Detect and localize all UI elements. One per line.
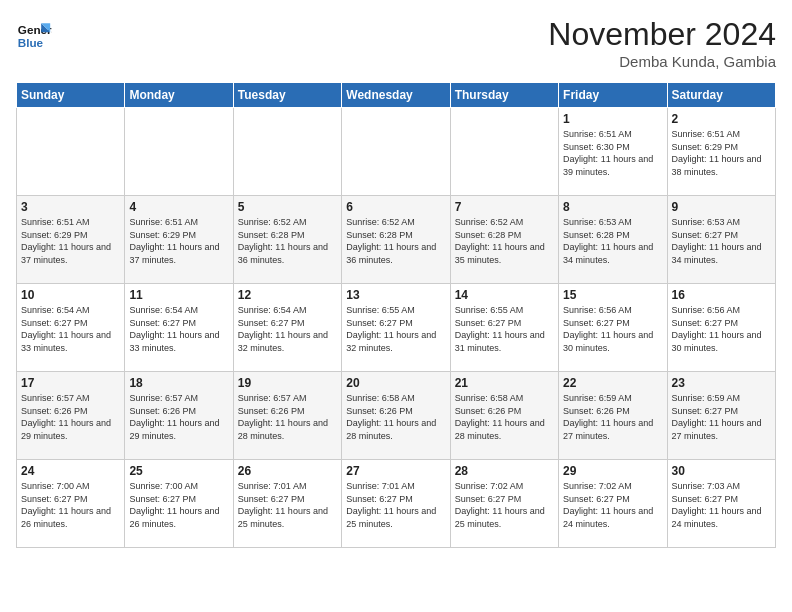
calendar-cell: 18Sunrise: 6:57 AM Sunset: 6:26 PM Dayli… (125, 372, 233, 460)
calendar-cell: 22Sunrise: 6:59 AM Sunset: 6:26 PM Dayli… (559, 372, 667, 460)
day-info: Sunrise: 7:00 AM Sunset: 6:27 PM Dayligh… (129, 480, 228, 530)
day-info: Sunrise: 6:59 AM Sunset: 6:26 PM Dayligh… (563, 392, 662, 442)
day-info: Sunrise: 7:01 AM Sunset: 6:27 PM Dayligh… (238, 480, 337, 530)
day-number: 3 (21, 200, 120, 214)
calendar-cell: 21Sunrise: 6:58 AM Sunset: 6:26 PM Dayli… (450, 372, 558, 460)
calendar-cell (233, 108, 341, 196)
day-number: 20 (346, 376, 445, 390)
logo: General Blue (16, 16, 52, 52)
day-info: Sunrise: 6:52 AM Sunset: 6:28 PM Dayligh… (346, 216, 445, 266)
day-info: Sunrise: 7:01 AM Sunset: 6:27 PM Dayligh… (346, 480, 445, 530)
day-info: Sunrise: 6:51 AM Sunset: 6:29 PM Dayligh… (21, 216, 120, 266)
calendar-cell: 2Sunrise: 6:51 AM Sunset: 6:29 PM Daylig… (667, 108, 775, 196)
calendar-cell: 28Sunrise: 7:02 AM Sunset: 6:27 PM Dayli… (450, 460, 558, 548)
calendar-cell (450, 108, 558, 196)
calendar-cell: 5Sunrise: 6:52 AM Sunset: 6:28 PM Daylig… (233, 196, 341, 284)
day-number: 14 (455, 288, 554, 302)
calendar-cell: 13Sunrise: 6:55 AM Sunset: 6:27 PM Dayli… (342, 284, 450, 372)
day-number: 18 (129, 376, 228, 390)
day-number: 28 (455, 464, 554, 478)
day-info: Sunrise: 6:55 AM Sunset: 6:27 PM Dayligh… (455, 304, 554, 354)
svg-text:Blue: Blue (18, 36, 44, 49)
day-number: 1 (563, 112, 662, 126)
day-info: Sunrise: 7:02 AM Sunset: 6:27 PM Dayligh… (563, 480, 662, 530)
header-wednesday: Wednesday (342, 83, 450, 108)
day-info: Sunrise: 6:52 AM Sunset: 6:28 PM Dayligh… (455, 216, 554, 266)
calendar-cell (125, 108, 233, 196)
week-row-4: 24Sunrise: 7:00 AM Sunset: 6:27 PM Dayli… (17, 460, 776, 548)
title-area: November 2024 Demba Kunda, Gambia (548, 16, 776, 70)
day-number: 7 (455, 200, 554, 214)
day-info: Sunrise: 6:51 AM Sunset: 6:29 PM Dayligh… (129, 216, 228, 266)
day-number: 17 (21, 376, 120, 390)
day-info: Sunrise: 6:54 AM Sunset: 6:27 PM Dayligh… (21, 304, 120, 354)
calendar-header-row: SundayMondayTuesdayWednesdayThursdayFrid… (17, 83, 776, 108)
location-subtitle: Demba Kunda, Gambia (548, 53, 776, 70)
day-info: Sunrise: 6:57 AM Sunset: 6:26 PM Dayligh… (129, 392, 228, 442)
day-number: 19 (238, 376, 337, 390)
calendar-cell: 1Sunrise: 6:51 AM Sunset: 6:30 PM Daylig… (559, 108, 667, 196)
calendar-cell: 30Sunrise: 7:03 AM Sunset: 6:27 PM Dayli… (667, 460, 775, 548)
calendar-cell: 25Sunrise: 7:00 AM Sunset: 6:27 PM Dayli… (125, 460, 233, 548)
header: General Blue November 2024 Demba Kunda, … (16, 16, 776, 70)
week-row-0: 1Sunrise: 6:51 AM Sunset: 6:30 PM Daylig… (17, 108, 776, 196)
day-number: 30 (672, 464, 771, 478)
day-info: Sunrise: 6:54 AM Sunset: 6:27 PM Dayligh… (238, 304, 337, 354)
day-number: 11 (129, 288, 228, 302)
month-title: November 2024 (548, 16, 776, 53)
week-row-3: 17Sunrise: 6:57 AM Sunset: 6:26 PM Dayli… (17, 372, 776, 460)
calendar-cell: 23Sunrise: 6:59 AM Sunset: 6:27 PM Dayli… (667, 372, 775, 460)
calendar-cell: 29Sunrise: 7:02 AM Sunset: 6:27 PM Dayli… (559, 460, 667, 548)
header-thursday: Thursday (450, 83, 558, 108)
week-row-1: 3Sunrise: 6:51 AM Sunset: 6:29 PM Daylig… (17, 196, 776, 284)
day-number: 9 (672, 200, 771, 214)
calendar-cell: 19Sunrise: 6:57 AM Sunset: 6:26 PM Dayli… (233, 372, 341, 460)
day-number: 15 (563, 288, 662, 302)
calendar-cell: 15Sunrise: 6:56 AM Sunset: 6:27 PM Dayli… (559, 284, 667, 372)
day-number: 12 (238, 288, 337, 302)
logo-icon: General Blue (16, 16, 52, 52)
calendar-cell (342, 108, 450, 196)
header-sunday: Sunday (17, 83, 125, 108)
day-number: 22 (563, 376, 662, 390)
day-info: Sunrise: 7:03 AM Sunset: 6:27 PM Dayligh… (672, 480, 771, 530)
day-info: Sunrise: 6:52 AM Sunset: 6:28 PM Dayligh… (238, 216, 337, 266)
header-monday: Monday (125, 83, 233, 108)
calendar-cell: 24Sunrise: 7:00 AM Sunset: 6:27 PM Dayli… (17, 460, 125, 548)
day-number: 5 (238, 200, 337, 214)
day-info: Sunrise: 6:54 AM Sunset: 6:27 PM Dayligh… (129, 304, 228, 354)
day-info: Sunrise: 7:00 AM Sunset: 6:27 PM Dayligh… (21, 480, 120, 530)
day-info: Sunrise: 6:57 AM Sunset: 6:26 PM Dayligh… (21, 392, 120, 442)
header-tuesday: Tuesday (233, 83, 341, 108)
day-number: 10 (21, 288, 120, 302)
day-number: 8 (563, 200, 662, 214)
day-number: 26 (238, 464, 337, 478)
calendar-cell: 16Sunrise: 6:56 AM Sunset: 6:27 PM Dayli… (667, 284, 775, 372)
calendar-cell: 7Sunrise: 6:52 AM Sunset: 6:28 PM Daylig… (450, 196, 558, 284)
day-number: 29 (563, 464, 662, 478)
day-number: 4 (129, 200, 228, 214)
day-info: Sunrise: 6:53 AM Sunset: 6:28 PM Dayligh… (563, 216, 662, 266)
calendar-cell: 17Sunrise: 6:57 AM Sunset: 6:26 PM Dayli… (17, 372, 125, 460)
calendar-cell: 20Sunrise: 6:58 AM Sunset: 6:26 PM Dayli… (342, 372, 450, 460)
calendar-cell: 4Sunrise: 6:51 AM Sunset: 6:29 PM Daylig… (125, 196, 233, 284)
day-info: Sunrise: 6:51 AM Sunset: 6:29 PM Dayligh… (672, 128, 771, 178)
day-info: Sunrise: 6:51 AM Sunset: 6:30 PM Dayligh… (563, 128, 662, 178)
day-number: 16 (672, 288, 771, 302)
day-number: 23 (672, 376, 771, 390)
calendar-cell: 9Sunrise: 6:53 AM Sunset: 6:27 PM Daylig… (667, 196, 775, 284)
day-number: 27 (346, 464, 445, 478)
day-number: 6 (346, 200, 445, 214)
day-number: 25 (129, 464, 228, 478)
day-info: Sunrise: 6:53 AM Sunset: 6:27 PM Dayligh… (672, 216, 771, 266)
calendar-cell: 3Sunrise: 6:51 AM Sunset: 6:29 PM Daylig… (17, 196, 125, 284)
calendar-cell: 10Sunrise: 6:54 AM Sunset: 6:27 PM Dayli… (17, 284, 125, 372)
calendar-cell: 14Sunrise: 6:55 AM Sunset: 6:27 PM Dayli… (450, 284, 558, 372)
day-number: 13 (346, 288, 445, 302)
header-friday: Friday (559, 83, 667, 108)
calendar-table: SundayMondayTuesdayWednesdayThursdayFrid… (16, 82, 776, 548)
calendar-cell: 8Sunrise: 6:53 AM Sunset: 6:28 PM Daylig… (559, 196, 667, 284)
calendar-cell: 6Sunrise: 6:52 AM Sunset: 6:28 PM Daylig… (342, 196, 450, 284)
week-row-2: 10Sunrise: 6:54 AM Sunset: 6:27 PM Dayli… (17, 284, 776, 372)
day-number: 24 (21, 464, 120, 478)
